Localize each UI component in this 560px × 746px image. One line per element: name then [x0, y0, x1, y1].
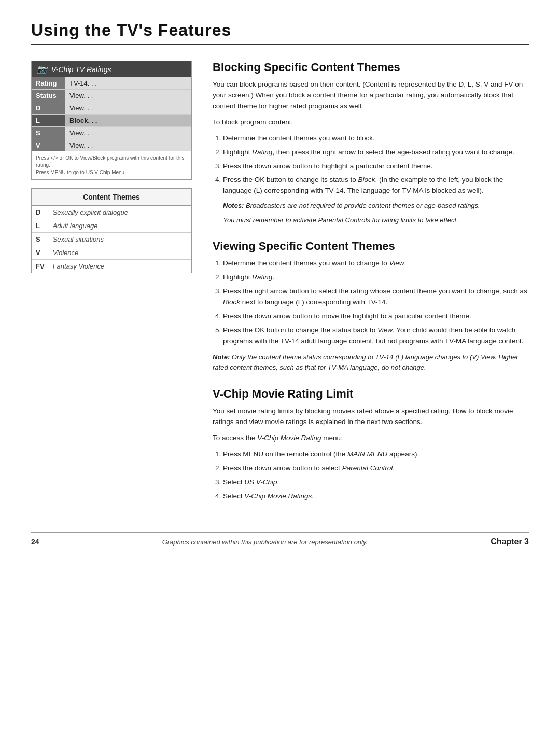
tv-ratings-header: 📷 V-Chip TV Ratings — [32, 61, 191, 77]
theme-desc: Sexually explicit dialogue — [49, 206, 191, 219]
row-value: Block. . . — [65, 115, 191, 127]
table-row: D View. . . — [32, 102, 191, 115]
theme-code: V — [32, 246, 49, 260]
tv-ratings-box: 📷 V-Chip TV Ratings Rating TV-14. . . St… — [31, 61, 192, 180]
viewing-steps-list: Determine the content themes you want to… — [213, 258, 529, 346]
vchip-steps-list: Press MENU on the remote control (the MA… — [213, 449, 529, 502]
content-themes-header: Content Themes — [32, 189, 191, 206]
page-footer: 24 Graphics contained within this public… — [31, 532, 529, 546]
row-value: View. . . — [65, 139, 191, 152]
row-label: D — [32, 102, 65, 115]
vchip-intro: You set movie rating limits by blocking … — [213, 406, 529, 428]
list-item: Press the down arrow button to select Pa… — [223, 463, 529, 474]
theme-desc: Adult language — [49, 219, 191, 233]
tv-note-line1: Press </> or OK to View/Block programs w… — [36, 154, 187, 169]
blocking-section-title: Blocking Specific Content Themes — [213, 61, 529, 74]
list-item: Highlight Rating, then press the right a… — [223, 147, 529, 158]
tv-ratings-table: Rating TV-14. . . Status View. . . D Vie… — [32, 77, 191, 151]
table-row: S Sexual situations — [32, 233, 191, 246]
row-label: L — [32, 115, 65, 127]
footer-page-number: 24 — [31, 538, 39, 546]
row-value: TV-14. . . — [65, 77, 191, 90]
row-value: View. . . — [65, 102, 191, 115]
theme-desc: Sexual situations — [49, 233, 191, 246]
list-item: Press the right arrow button to select t… — [223, 286, 529, 308]
list-item: Select US V-Chip. — [223, 477, 529, 488]
list-item: Press the down arrow button to highlight… — [223, 161, 529, 172]
row-label: Status — [32, 90, 65, 102]
blocking-note1: Notes: Broadcasters are not required to … — [223, 201, 529, 211]
table-row: Status View. . . — [32, 90, 191, 102]
row-value: View. . . — [65, 90, 191, 102]
content-themes-box: Content Themes D Sexually explicit dialo… — [31, 188, 192, 273]
vchip-section: V-Chip Movie Rating Limit You set movie … — [213, 387, 529, 501]
content-themes-table: D Sexually explicit dialogue L Adult lan… — [32, 206, 191, 273]
viewing-note: Note: Only the content theme status corr… — [213, 352, 529, 373]
blocking-section: Blocking Specific Content Themes You can… — [213, 61, 529, 225]
tv-note-line2: Press MENU to go to US V-Chip Menu. — [36, 169, 187, 176]
theme-code: L — [32, 219, 49, 233]
blocking-to-block: To block program content: — [213, 117, 529, 128]
list-item: Select V-Chip Movie Ratings. — [223, 491, 529, 502]
table-row: V Violence — [32, 246, 191, 260]
footer-chapter: Chapter 3 — [491, 537, 529, 546]
vchip-to-access: To access the V-Chip Movie Rating menu: — [213, 433, 529, 444]
theme-code: FV — [32, 260, 49, 273]
tv-ratings-title: V-Chip TV Ratings — [51, 65, 111, 74]
tv-icon: 📷 — [37, 64, 47, 74]
table-row: S View. . . — [32, 127, 191, 139]
table-row: FV Fantasy Violence — [32, 260, 191, 273]
blocking-note2: You must remember to activate Parental C… — [223, 215, 529, 226]
table-row: V View. . . — [32, 139, 191, 152]
theme-code: D — [32, 206, 49, 219]
blocking-steps-list: Determine the content themes you want to… — [213, 133, 529, 226]
list-item: Highlight Rating. — [223, 272, 529, 283]
theme-desc: Fantasy Violence — [49, 260, 191, 273]
viewing-section: Viewing Specific Content Themes Determin… — [213, 240, 529, 373]
list-item: Press the OK button to change its status… — [223, 175, 529, 225]
table-row: L Adult language — [32, 219, 191, 233]
list-item: Determine the content themes you want to… — [223, 258, 529, 269]
row-label: S — [32, 127, 65, 139]
theme-code: S — [32, 233, 49, 246]
list-item: Determine the content themes you want to… — [223, 133, 529, 144]
page-header: Using the TV's Features — [31, 21, 529, 45]
table-row-highlight: L Block. . . — [32, 115, 191, 127]
footer-note: Graphics contained within this publicati… — [162, 538, 368, 546]
row-label: V — [32, 139, 65, 152]
list-item: Press MENU on the remote control (the MA… — [223, 449, 529, 460]
blocking-intro: You can block programs based on their co… — [213, 79, 529, 112]
right-column: Blocking Specific Content Themes You can… — [213, 61, 529, 506]
vchip-section-title: V-Chip Movie Rating Limit — [213, 387, 529, 401]
main-layout: 📷 V-Chip TV Ratings Rating TV-14. . . St… — [31, 61, 529, 506]
left-column: 📷 V-Chip TV Ratings Rating TV-14. . . St… — [31, 61, 192, 273]
viewing-section-title: Viewing Specific Content Themes — [213, 240, 529, 253]
theme-desc: Violence — [49, 246, 191, 260]
page-title: Using the TV's Features — [31, 21, 529, 40]
row-value: View. . . — [65, 127, 191, 139]
tv-ratings-note: Press </> or OK to View/Block programs w… — [32, 151, 191, 179]
table-row: D Sexually explicit dialogue — [32, 206, 191, 219]
list-item: Press the OK button to change the status… — [223, 325, 529, 347]
table-row: Rating TV-14. . . — [32, 77, 191, 90]
list-item: Press the down arrow button to move the … — [223, 311, 529, 322]
row-label: Rating — [32, 77, 65, 90]
